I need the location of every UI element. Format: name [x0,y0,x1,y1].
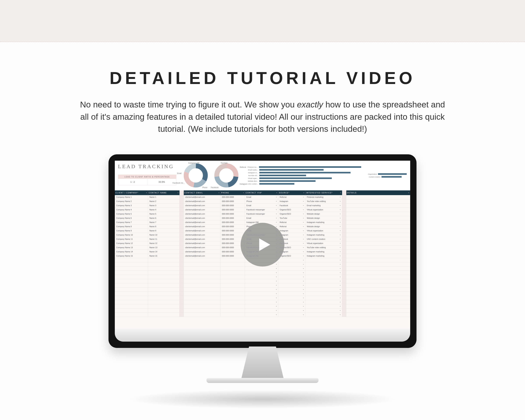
cell[interactable]: Name 8 [148,224,179,229]
table-row[interactable]: Company Name 5Name 5clientemail@email.co… [115,212,410,216]
cell[interactable] [115,262,148,266]
cell[interactable] [305,304,342,308]
cell[interactable]: Company Name 7 [115,220,148,224]
cell[interactable] [342,279,346,283]
cell[interactable] [148,292,179,296]
cell[interactable]: Company Name 14 [115,250,148,254]
cell[interactable]: Facebook [278,204,305,207]
cell[interactable] [245,279,278,283]
cell[interactable] [305,283,342,287]
cell[interactable] [342,267,346,271]
cell[interactable] [245,292,278,296]
cell[interactable]: Instagram marketing [305,220,342,224]
cell[interactable] [179,204,184,207]
cell[interactable] [179,220,184,224]
cell[interactable] [346,300,410,304]
play-button[interactable] [241,223,284,267]
cell[interactable] [179,288,184,291]
cell[interactable] [305,296,342,300]
table-row[interactable]: Company Name 1Name 1clientemail@email.co… [115,195,410,199]
cell[interactable] [342,254,346,258]
cell[interactable] [148,279,179,283]
cell[interactable] [278,292,305,296]
cell[interactable] [184,283,221,287]
cell[interactable] [346,220,410,224]
cell[interactable] [346,292,410,296]
cell[interactable]: clientemail@email.com [184,254,221,258]
cell[interactable] [179,271,184,275]
cell[interactable]: 000-000-0000 [221,208,245,212]
cell[interactable] [278,262,305,266]
cell[interactable] [342,245,346,250]
cell[interactable] [221,288,245,291]
cell[interactable] [342,258,346,262]
cell[interactable]: 000-000-0000 [221,220,245,224]
cell[interactable]: YouTube video editing [305,245,342,250]
cell[interactable] [346,258,410,262]
cell[interactable]: YouTube [278,216,305,220]
cell[interactable]: Company Name 5 [115,212,148,216]
cell[interactable]: Website design [305,224,342,229]
cell[interactable]: clientemail@email.com [184,224,221,229]
cell[interactable]: clientemail@email.com [184,237,221,241]
cell[interactable] [184,275,221,279]
cell[interactable] [221,262,245,266]
cell[interactable]: Name 13 [148,245,179,250]
cell[interactable]: Name 1 [148,195,179,199]
cell[interactable] [148,288,179,291]
cell[interactable] [221,258,245,262]
cell[interactable]: Facebook messenger [245,208,278,212]
cell[interactable] [179,308,184,313]
cell[interactable]: 000-000-0000 [221,224,245,229]
cell[interactable] [221,300,245,304]
cell[interactable]: Email [245,216,278,220]
cell[interactable]: clientemail@email.com [184,220,221,224]
col-company[interactable]: CLIENT / COMPANY*▾ [115,190,148,195]
cell[interactable]: Company Name 2 [115,199,148,203]
cell[interactable] [179,245,184,250]
cell[interactable] [179,275,184,279]
cell[interactable]: Name 2 [148,199,179,203]
cell[interactable] [342,271,346,275]
table-row[interactable] [115,292,410,296]
cell[interactable]: Company Name 1 [115,195,148,199]
cell[interactable]: Company Name 15 [115,254,148,258]
cell[interactable] [115,308,148,313]
cell[interactable] [221,304,245,308]
cell[interactable] [342,308,346,313]
cell[interactable]: Name 15 [148,254,179,258]
cell[interactable] [305,271,342,275]
cell[interactable] [179,267,184,271]
cell[interactable]: Instagram marketing [305,254,342,258]
cell[interactable]: Company Name 3 [115,204,148,207]
cell[interactable] [342,233,346,237]
cell[interactable]: clientemail@email.com [184,245,221,250]
cell[interactable]: Company Name 11 [115,237,148,241]
cell[interactable] [148,275,179,279]
cell[interactable] [342,283,346,287]
table-row[interactable] [115,275,410,279]
cell[interactable] [115,275,148,279]
cell[interactable] [184,308,221,313]
cell[interactable] [278,296,305,300]
cell[interactable]: Organic/SEO [278,254,305,258]
cell[interactable] [245,313,278,317]
cell[interactable] [115,267,148,271]
cell[interactable]: 000-000-0000 [221,233,245,237]
cell[interactable]: Company Name 12 [115,241,148,245]
cell[interactable] [115,283,148,287]
cell[interactable] [184,292,221,296]
table-row[interactable]: Company Name 6Name 6clientemail@email.co… [115,216,410,220]
cell[interactable]: Organic/SEO [278,212,305,216]
cell[interactable]: Company Name 13 [115,245,148,250]
cell[interactable] [148,313,179,317]
cell[interactable]: Referral [278,224,305,229]
cell[interactable] [346,267,410,271]
cell[interactable]: Name 5 [148,212,179,216]
cell[interactable]: clientemail@email.com [184,208,221,212]
cell[interactable]: clientemail@email.com [184,250,221,254]
cell[interactable] [179,313,184,317]
col-source[interactable]: SOURCE*▾ [278,190,305,195]
cell[interactable]: Instagram [278,199,305,203]
cell[interactable] [184,267,221,271]
